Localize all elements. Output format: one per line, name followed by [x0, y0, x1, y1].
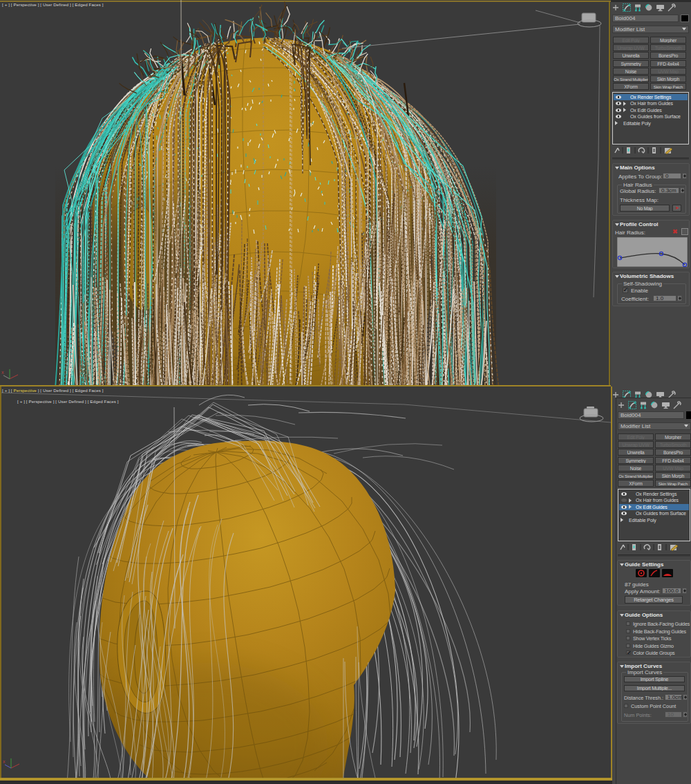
svg-text:x: x: [3, 759, 6, 764]
svg-text:x: x: [1, 370, 4, 375]
